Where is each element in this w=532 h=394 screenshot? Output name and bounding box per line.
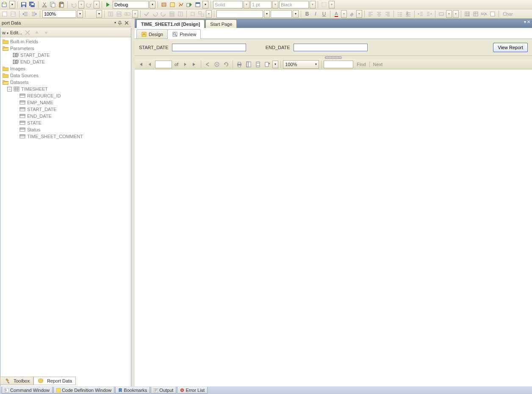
move-up-icon[interactable] bbox=[33, 29, 41, 36]
border-config-icon[interactable] bbox=[320, 1, 328, 8]
vertical-splitter[interactable] bbox=[131, 28, 135, 387]
tool-icon-2[interactable] bbox=[169, 1, 176, 8]
tree-dataset-timesheet[interactable]: − TIMESHEET bbox=[0, 86, 131, 92]
refresh-icon[interactable] bbox=[222, 60, 230, 69]
config-dropdown-arrow[interactable]: ▾ bbox=[150, 1, 155, 8]
new-project-icon[interactable] bbox=[1, 1, 8, 8]
line-width-dropdown[interactable] bbox=[250, 1, 272, 8]
zoom-level-input[interactable] bbox=[42, 10, 76, 18]
blank-icon[interactable] bbox=[489, 10, 496, 18]
indent-icon[interactable] bbox=[425, 10, 433, 18]
preview-layout-icon[interactable] bbox=[244, 60, 253, 69]
move-down-icon[interactable] bbox=[42, 29, 50, 36]
export-icon[interactable] bbox=[263, 60, 272, 69]
tool-icon-5[interactable] bbox=[194, 1, 202, 8]
tree-builtin-fields[interactable]: Built-in Fields bbox=[0, 38, 131, 45]
align-center-icon[interactable] bbox=[375, 10, 383, 18]
overflow-2-arrow[interactable]: ▾ bbox=[206, 10, 212, 18]
edit-menu[interactable]: Edit... bbox=[10, 30, 22, 35]
rpt-icon-2[interactable] bbox=[9, 10, 17, 18]
tree-field-item[interactable]: Status bbox=[0, 126, 131, 133]
design-tab[interactable]: Design bbox=[136, 29, 168, 39]
line-color-arrow[interactable]: ▾ bbox=[310, 1, 316, 8]
save-icon[interactable] bbox=[20, 1, 28, 8]
font-size-dropdown[interactable] bbox=[271, 10, 292, 18]
numbering-icon[interactable]: 123 bbox=[405, 10, 412, 18]
tree-images[interactable]: Images bbox=[0, 65, 131, 72]
fill-color-icon[interactable] bbox=[348, 10, 355, 18]
line-width-arrow[interactable]: ▾ bbox=[272, 1, 278, 8]
find-input[interactable] bbox=[324, 61, 353, 68]
report-data-tab[interactable]: Report Data bbox=[33, 377, 76, 385]
merge-arrow[interactable]: ▾ bbox=[446, 10, 452, 18]
tree-parameters[interactable]: Parameters bbox=[0, 45, 131, 52]
new-project-dropdown[interactable]: ▾ bbox=[9, 1, 15, 8]
back-parent-icon[interactable] bbox=[203, 60, 212, 69]
check-icon[interactable] bbox=[143, 10, 150, 18]
next-link[interactable]: Next bbox=[371, 62, 385, 67]
collapse-icon[interactable]: − bbox=[7, 87, 12, 92]
close-file-icon[interactable]: ✕ bbox=[527, 19, 530, 24]
tree-param-item[interactable]: [@]END_DATE bbox=[0, 58, 131, 65]
tab-list-arrow[interactable]: ▾ bbox=[524, 19, 526, 24]
undo-icon[interactable] bbox=[70, 1, 78, 8]
indent-left-icon[interactable] bbox=[22, 10, 29, 18]
layout-c-arrow[interactable]: ▾ bbox=[132, 10, 138, 18]
find-link[interactable]: Find bbox=[354, 62, 368, 67]
zoom-level-arrow[interactable]: ▾ bbox=[77, 10, 83, 18]
layout-icon-f[interactable] bbox=[189, 10, 197, 18]
merge-icon[interactable] bbox=[438, 10, 445, 18]
bold-icon[interactable]: B bbox=[303, 10, 311, 18]
tree-field-item[interactable]: RESOURCE_ID bbox=[0, 92, 131, 99]
redo-icon[interactable] bbox=[85, 1, 93, 8]
tool-icon-1[interactable] bbox=[160, 1, 168, 8]
close-panel-icon[interactable] bbox=[124, 20, 130, 26]
footer-tab-bookmarks[interactable]: Bookmarks bbox=[115, 387, 150, 394]
view-report-button[interactable]: View Report bbox=[493, 43, 528, 52]
first-page-icon[interactable] bbox=[136, 60, 145, 69]
font-color-arrow[interactable]: ▾ bbox=[341, 10, 347, 18]
print-icon[interactable] bbox=[235, 60, 244, 69]
outdent-icon[interactable] bbox=[417, 10, 424, 18]
paste-icon[interactable] bbox=[58, 1, 65, 8]
layout-icon-b[interactable] bbox=[115, 10, 123, 18]
line-color-dropdown[interactable] bbox=[279, 1, 309, 8]
stop-icon[interactable] bbox=[213, 60, 221, 69]
font-family-arrow[interactable]: ▾ bbox=[264, 10, 270, 18]
fill-color-arrow[interactable]: ▾ bbox=[356, 10, 362, 18]
line-style-arrow[interactable]: ▾ bbox=[244, 1, 249, 8]
params-splitter[interactable] bbox=[135, 56, 532, 59]
indent-right-icon[interactable] bbox=[30, 10, 38, 18]
page-number-input[interactable] bbox=[155, 61, 172, 68]
font-size-arrow[interactable]: ▾ bbox=[293, 10, 299, 18]
layout-icon-d[interactable] bbox=[168, 10, 176, 18]
bullets-icon[interactable] bbox=[396, 10, 404, 18]
sql-icon[interactable]: SQL bbox=[480, 10, 488, 18]
italic-icon[interactable]: I bbox=[312, 10, 319, 18]
undo-dropdown[interactable]: ▾ bbox=[78, 1, 84, 8]
file-tab-startpage[interactable]: Start Page bbox=[205, 19, 237, 28]
pin-icon[interactable] bbox=[117, 20, 123, 26]
copy-icon[interactable] bbox=[49, 1, 57, 8]
tool-icon-4[interactable] bbox=[186, 1, 193, 8]
layout-icon-a[interactable] bbox=[107, 10, 114, 18]
tree-field-item[interactable]: END_DATE bbox=[0, 113, 131, 119]
footer-tab-output[interactable]: Output bbox=[151, 387, 176, 394]
tree-param-item[interactable]: [@]START_DATE bbox=[0, 52, 131, 58]
delete-icon[interactable] bbox=[24, 29, 31, 36]
matrix-icon[interactable] bbox=[472, 10, 479, 18]
tree-field-item[interactable]: STATE bbox=[0, 119, 131, 126]
save-all-icon[interactable] bbox=[28, 1, 36, 8]
prev-page-icon[interactable] bbox=[146, 60, 154, 69]
border-config-arrow[interactable]: ▾ bbox=[329, 1, 335, 8]
layout-icon-g[interactable] bbox=[197, 10, 205, 18]
underline-icon[interactable]: U bbox=[320, 10, 328, 18]
tree-field-item[interactable]: START_DATE bbox=[0, 106, 131, 113]
layout-icon-e[interactable] bbox=[177, 10, 184, 18]
new-menu[interactable]: w ▾ bbox=[2, 30, 8, 35]
align-right-icon[interactable] bbox=[384, 10, 391, 18]
tree-field-item[interactable]: TIME_SHEET_COMMENT bbox=[0, 133, 131, 140]
tree-datasources[interactable]: Data Sources bbox=[0, 72, 131, 79]
overflow-1-arrow[interactable]: ▾ bbox=[96, 10, 102, 18]
tool-5-dropdown[interactable]: ▾ bbox=[202, 1, 208, 8]
